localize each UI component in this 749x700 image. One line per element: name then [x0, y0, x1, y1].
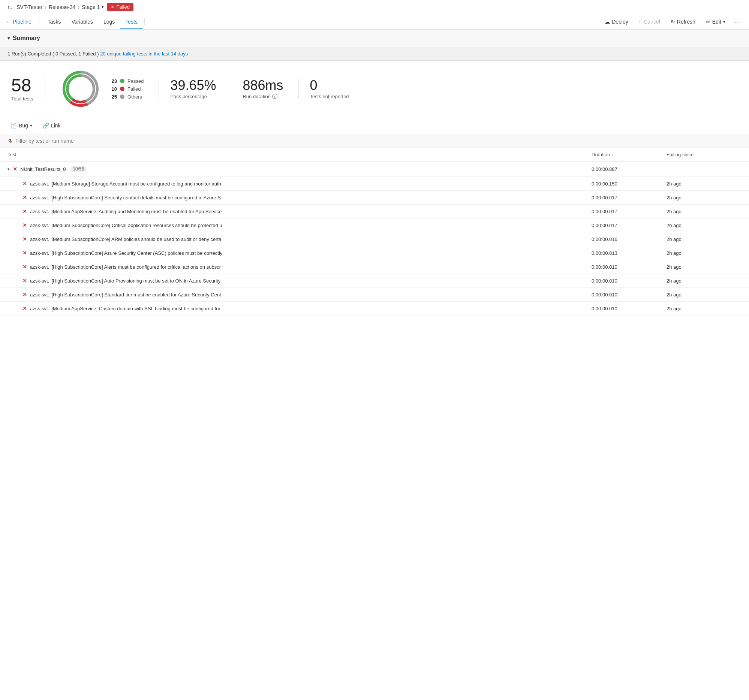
- nav-actions: ☁ Deploy ○ Cancel ↻ Refresh ✏ Edit ▾ ···: [600, 15, 743, 29]
- fail-icon: ✕: [23, 222, 27, 228]
- not-reported-label: Tests not reported: [310, 94, 349, 99]
- group-row[interactable]: ▾ ✕ NUnit_TestResults_0 10/58 0:00:00.88…: [0, 162, 749, 177]
- test-row[interactable]: ✕ azsk-svt. '[High SubscriptionCore] Sta…: [0, 288, 749, 302]
- bug-icon: 📄: [11, 122, 17, 128]
- svg-point-3: [66, 74, 96, 104]
- row-duration: 0:00:00.017: [592, 223, 666, 228]
- run-duration-block: 886ms Run duration i: [231, 79, 283, 99]
- info-icon[interactable]: i: [272, 94, 277, 99]
- not-reported-block: 0 Tests not reported: [298, 79, 349, 99]
- summary-banner: 1 Run(s) Completed ( 0 Passed, 1 Failed …: [0, 47, 749, 61]
- link-icon: 🔗: [43, 122, 49, 128]
- row-failing-since: 2h ago: [666, 236, 741, 242]
- cloud-icon: ☁: [605, 19, 610, 25]
- row-duration: 0:00:00.016: [592, 236, 666, 242]
- chevron-down-icon: ▾: [8, 36, 10, 41]
- row-duration: 0:00:00.010: [592, 264, 666, 270]
- row-duration: 0:00:00.010: [592, 278, 666, 284]
- row-duration: 0:00:00.017: [592, 195, 666, 200]
- breadcrumb-stage[interactable]: Stage 1 ▾: [82, 4, 104, 10]
- total-tests-label: Total tests: [11, 96, 34, 102]
- donut-chart: [60, 68, 101, 110]
- row-failing-since: 2h ago: [666, 223, 741, 228]
- summary-title: Summary: [13, 35, 40, 41]
- row-name-text: azsk-svt. '[Medium SubscriptionCore] ARM…: [30, 236, 221, 242]
- pass-percentage-value: 39.65%: [170, 79, 216, 92]
- chevron-down-icon: ▾: [723, 20, 725, 24]
- fail-icon: ✕: [23, 236, 27, 242]
- test-table: Test Duration ↓ Failing since ▾ ✕ NUnit_…: [0, 148, 749, 316]
- failing-tests-link[interactable]: 20 unique failing tests in the last 14 d…: [100, 51, 188, 56]
- bug-button[interactable]: 📄 Bug ▾: [8, 121, 35, 130]
- summary-header[interactable]: ▾ Summary: [0, 30, 749, 47]
- breadcrumb-release[interactable]: Release-34: [49, 4, 76, 10]
- row-name-cell: ✕ azsk-svt. '[Medium AppService] Custom …: [23, 305, 592, 311]
- row-name-text: azsk-svt. '[Medium AppService] Custom do…: [30, 306, 220, 311]
- col-duration[interactable]: Duration ↓: [592, 152, 666, 157]
- edit-button[interactable]: ✏ Edit ▾: [702, 16, 730, 28]
- collapse-icon[interactable]: ▾: [8, 167, 10, 172]
- test-row[interactable]: ✕ azsk-svt. '[High SubscriptionCore] Azu…: [0, 246, 749, 260]
- run-duration-label: Run duration i: [243, 94, 283, 99]
- row-name-cell: ✕ azsk-svt. '[Medium SubscriptionCore] A…: [23, 236, 592, 242]
- failed-dot: [120, 87, 124, 91]
- row-name-cell: ✕ azsk-svt. '[High SubscriptionCore] Ale…: [23, 264, 592, 270]
- nav-variables[interactable]: Variables: [66, 14, 98, 29]
- test-rows-container: ✕ azsk-svt. '[Medium Storage] Storage Ac…: [0, 177, 749, 316]
- test-row[interactable]: ✕ azsk-svt. '[Medium AppService] Custom …: [0, 302, 749, 316]
- test-row[interactable]: ✕ azsk-svt. '[Medium SubscriptionCore] C…: [0, 218, 749, 232]
- cancel-icon: ○: [639, 19, 642, 25]
- row-failing-since: 2h ago: [666, 209, 741, 214]
- run-duration-value: 886ms: [243, 79, 283, 92]
- fail-icon: ✕: [13, 166, 17, 172]
- top-bar: ↑↓ SVT-Tester › Release-34 › Stage 1 ▾ F…: [0, 0, 749, 14]
- toolbar: 📄 Bug ▾ 🔗 Link: [0, 117, 749, 134]
- link-button[interactable]: 🔗 Link: [40, 121, 64, 130]
- deploy-button[interactable]: ☁ Deploy: [600, 16, 633, 28]
- test-row[interactable]: ✕ azsk-svt. '[Medium Storage] Storage Ac…: [0, 177, 749, 191]
- nav-tests[interactable]: Tests: [120, 14, 143, 29]
- row-name-text: azsk-svt. '[High SubscriptionCore] Azure…: [30, 250, 222, 256]
- legend-others: 25 Others: [112, 94, 144, 100]
- row-name-text: azsk-svt. '[High SubscriptionCore] Secur…: [30, 195, 221, 200]
- row-name-text: azsk-svt. '[Medium Storage] Storage Acco…: [30, 181, 221, 187]
- row-name-text: azsk-svt. '[High SubscriptionCore] Stand…: [30, 292, 221, 297]
- fail-icon: ✕: [23, 181, 27, 187]
- row-name-cell: ✕ azsk-svt. '[High SubscriptionCore] Sta…: [23, 291, 592, 297]
- fail-icon: ✕: [23, 278, 27, 284]
- filter-icon: ⚗: [8, 138, 12, 144]
- test-row[interactable]: ✕ azsk-svt. '[High SubscriptionCore] Aut…: [0, 274, 749, 288]
- test-row[interactable]: ✕ azsk-svt. '[Medium AppService] Auditin…: [0, 204, 749, 218]
- row-failing-since: 2h ago: [666, 306, 741, 311]
- fail-icon: ✕: [23, 194, 27, 200]
- breadcrumb: SVT-Tester › Release-34 › Stage 1 ▾: [17, 4, 104, 10]
- row-name-text: azsk-svt. '[Medium AppService] Auditing …: [30, 209, 222, 214]
- legend-passed: 23 Passed: [112, 78, 144, 84]
- group-row-name: ▾ ✕ NUnit_TestResults_0 10/58: [8, 166, 592, 172]
- summary-content: 58 Total tests 23 Passed 10: [0, 61, 749, 117]
- row-name-cell: ✕ azsk-svt. '[High SubscriptionCore] Sec…: [23, 194, 592, 200]
- test-row[interactable]: ✕ azsk-svt. '[High SubscriptionCore] Sec…: [0, 191, 749, 204]
- nav-bar: ← Pipeline Tasks Variables Logs Tests ☁ …: [0, 14, 749, 30]
- nav-tasks[interactable]: Tasks: [42, 14, 66, 29]
- breadcrumb-svt[interactable]: SVT-Tester: [17, 4, 42, 10]
- test-row[interactable]: ✕ azsk-svt. '[Medium SubscriptionCore] A…: [0, 232, 749, 246]
- pass-percentage-label: Pass percentage: [170, 94, 216, 99]
- test-row[interactable]: ✕ azsk-svt. '[High SubscriptionCore] Ale…: [0, 260, 749, 274]
- row-name-cell: ✕ azsk-svt. '[Medium AppService] Auditin…: [23, 208, 592, 214]
- donut-legend: 23 Passed 10 Failed 25 Others: [112, 78, 144, 100]
- filter-input[interactable]: [15, 138, 741, 144]
- row-failing-since: 2h ago: [666, 278, 741, 284]
- pipeline-icon: ↑↓: [6, 3, 14, 11]
- total-tests-number: 58: [11, 76, 31, 95]
- table-header: Test Duration ↓ Failing since: [0, 148, 749, 162]
- status-badge: Failed: [107, 3, 133, 11]
- col-failing-since: Failing since: [666, 152, 741, 157]
- filter-bar: ⚗: [0, 134, 749, 148]
- back-to-pipeline[interactable]: ← Pipeline: [6, 14, 36, 29]
- more-options-button[interactable]: ···: [731, 15, 743, 29]
- refresh-button[interactable]: ↻ Refresh: [666, 16, 700, 28]
- passed-dot: [120, 79, 124, 83]
- nav-logs[interactable]: Logs: [98, 14, 120, 29]
- row-duration: 0:00:00.010: [592, 306, 666, 311]
